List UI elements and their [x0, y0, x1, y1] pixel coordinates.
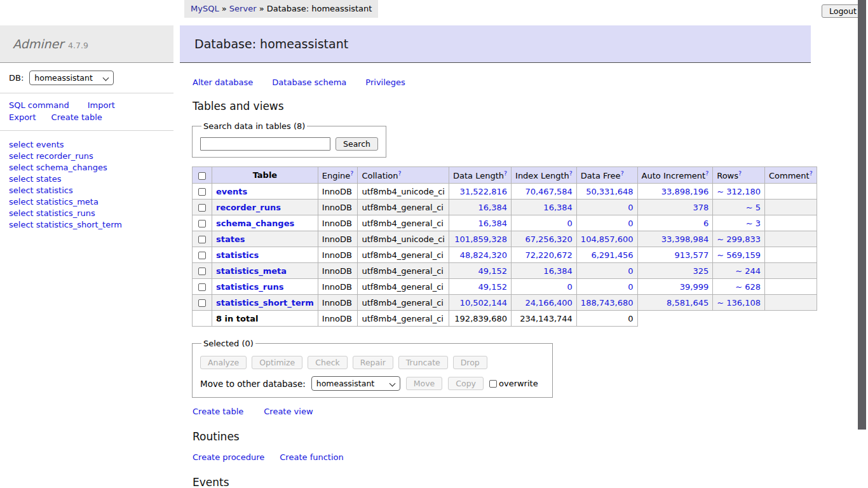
copy-button[interactable]: Copy [448, 377, 484, 390]
data-free-cell-link[interactable]: 0 [628, 282, 633, 292]
data-length-cell-link[interactable]: 101,859,328 [454, 234, 507, 244]
index-length-cell-link[interactable]: 72,220,672 [525, 250, 572, 260]
sidebar-table-link[interactable]: select events [9, 139, 122, 151]
database-action-link[interactable]: Database schema [272, 78, 346, 87]
select-all-checkbox[interactable] [198, 172, 206, 180]
data-free-cell-link[interactable]: 6,291,456 [591, 250, 633, 260]
index-length-cell-link[interactable]: 24,166,400 [525, 298, 572, 308]
column-help-icon[interactable]: ? [350, 170, 353, 177]
create-link[interactable]: Create view [264, 407, 313, 416]
row-checkbox[interactable] [198, 188, 206, 196]
data-length-cell-link[interactable]: 10,502,144 [460, 298, 507, 308]
table-name-link[interactable]: recorder_runs [216, 203, 281, 212]
table-name-link[interactable]: statistics_meta [216, 266, 287, 276]
overwrite-checkbox[interactable] [489, 380, 497, 388]
rows-cell-link[interactable]: ~ 3 [746, 219, 761, 228]
analyze-button[interactable]: Analyze [200, 356, 247, 369]
row-checkbox[interactable] [198, 236, 206, 243]
auto-increment-cell-link[interactable]: 39,999 [680, 282, 709, 292]
table-name-link[interactable]: statistics_runs [216, 282, 283, 292]
data-free-cell-link[interactable]: 50,331,648 [586, 187, 633, 196]
index-length-cell-link[interactable]: 70,467,584 [525, 187, 572, 196]
table-name-link[interactable]: schema_changes [216, 219, 294, 228]
move-button[interactable]: Move [406, 377, 443, 390]
database-action-link[interactable]: Privileges [365, 78, 405, 87]
scrollbar-thumb[interactable] [858, 0, 866, 430]
table-name-link[interactable]: events [216, 187, 247, 196]
row-checkbox[interactable] [198, 299, 206, 307]
auto-increment-cell-link[interactable]: 6 [703, 219, 709, 228]
index-length-cell-link[interactable]: 67,256,320 [525, 234, 572, 244]
auto-increment-cell-link[interactable]: 325 [693, 266, 709, 276]
sidebar-action-link[interactable]: Create table [51, 112, 102, 122]
rows-cell-link[interactable]: ~ 5 [746, 203, 761, 212]
move-db-select[interactable]: homeassistant [311, 376, 400, 391]
rows-cell-link[interactable]: ~ 299,833 [717, 234, 761, 244]
data-length-cell-link[interactable]: 16,384 [478, 219, 508, 228]
scrollbar-track[interactable] [858, 0, 868, 488]
row-checkbox[interactable] [198, 283, 206, 291]
data-free-cell-link[interactable]: 0 [628, 203, 633, 212]
sidebar-action-link[interactable]: Import [88, 100, 115, 110]
repair-button[interactable]: Repair [353, 356, 393, 369]
rows-cell-link[interactable]: ~ 244 [735, 266, 761, 276]
truncate-button[interactable]: Truncate [398, 356, 448, 369]
column-help-icon[interactable]: ? [569, 170, 573, 177]
column-help-icon[interactable]: ? [621, 170, 624, 177]
data-free-cell-link[interactable]: 0 [628, 266, 633, 276]
index-length-cell-link[interactable]: 16,384 [543, 266, 573, 276]
table-name-link[interactable]: statistics [216, 250, 259, 260]
index-length-cell-link[interactable]: 0 [567, 282, 573, 292]
auto-increment-cell-link[interactable]: 33,398,984 [661, 234, 709, 244]
row-checkbox[interactable] [198, 252, 206, 259]
rows-cell-link[interactable]: ~ 136,108 [717, 298, 761, 308]
sidebar-table-link[interactable]: select statistics [9, 185, 122, 196]
row-checkbox[interactable] [198, 204, 206, 212]
sidebar-action-link[interactable]: SQL command [9, 100, 69, 110]
routine-create-link[interactable]: Create procedure [193, 452, 264, 462]
index-length-cell-link[interactable]: 0 [567, 219, 573, 228]
sidebar-action-link[interactable]: Export [9, 112, 36, 122]
drop-button[interactable]: Drop [453, 356, 487, 369]
data-length-cell-link[interactable]: 16,384 [478, 203, 508, 212]
auto-increment-cell-link[interactable]: 33,898,196 [661, 187, 709, 196]
column-help-icon[interactable]: ? [810, 170, 813, 177]
column-help-icon[interactable]: ? [738, 170, 742, 177]
create-link[interactable]: Create table [193, 407, 243, 416]
data-free-cell-link[interactable]: 104,857,600 [581, 234, 634, 244]
column-help-icon[interactable]: ? [705, 170, 709, 177]
search-button[interactable]: Search [336, 137, 378, 151]
optimize-button[interactable]: Optimize [252, 356, 302, 369]
breadcrumb-link[interactable]: MySQL [191, 4, 219, 13]
auto-increment-cell-link[interactable]: 8,581,645 [667, 298, 709, 308]
auto-increment-cell-link[interactable]: 378 [693, 203, 709, 212]
auto-increment-cell-link[interactable]: 913,577 [674, 250, 709, 260]
data-free-cell-link[interactable]: 188,743,680 [581, 298, 634, 308]
data-length-cell-link[interactable]: 48,824,320 [460, 250, 507, 260]
data-length-cell-link[interactable]: 31,522,816 [460, 187, 507, 196]
routine-create-link[interactable]: Create function [280, 452, 343, 462]
row-checkbox[interactable] [198, 220, 206, 227]
rows-cell-link[interactable]: ~ 312,180 [717, 187, 761, 196]
column-help-icon[interactable]: ? [398, 170, 402, 177]
check-button[interactable]: Check [308, 356, 347, 369]
database-action-link[interactable]: Alter database [193, 78, 253, 87]
data-length-cell-link[interactable]: 49,152 [478, 282, 508, 292]
sidebar-table-link[interactable]: select states [9, 173, 122, 185]
index-length-cell-link[interactable]: 16,384 [543, 203, 573, 212]
data-free-cell-link[interactable]: 0 [628, 219, 633, 228]
rows-cell-link[interactable]: ~ 569,159 [717, 250, 761, 260]
column-help-icon[interactable]: ? [504, 170, 507, 177]
db-select[interactable]: homeassistant [29, 71, 114, 85]
sidebar-table-link[interactable]: select statistics_runs [9, 208, 122, 219]
sidebar-table-link[interactable]: select statistics_meta [9, 196, 122, 208]
data-length-cell-link[interactable]: 49,152 [478, 266, 508, 276]
sidebar-table-link[interactable]: select recorder_runs [9, 151, 122, 162]
rows-cell-link[interactable]: ~ 628 [735, 282, 761, 292]
sidebar-table-link[interactable]: select schema_changes [9, 162, 122, 173]
table-name-link[interactable]: statistics_short_term [216, 298, 314, 308]
search-input[interactable] [200, 137, 330, 151]
table-name-link[interactable]: states [216, 234, 245, 244]
sidebar-table-link[interactable]: select statistics_short_term [9, 219, 122, 231]
row-checkbox[interactable] [198, 268, 206, 275]
